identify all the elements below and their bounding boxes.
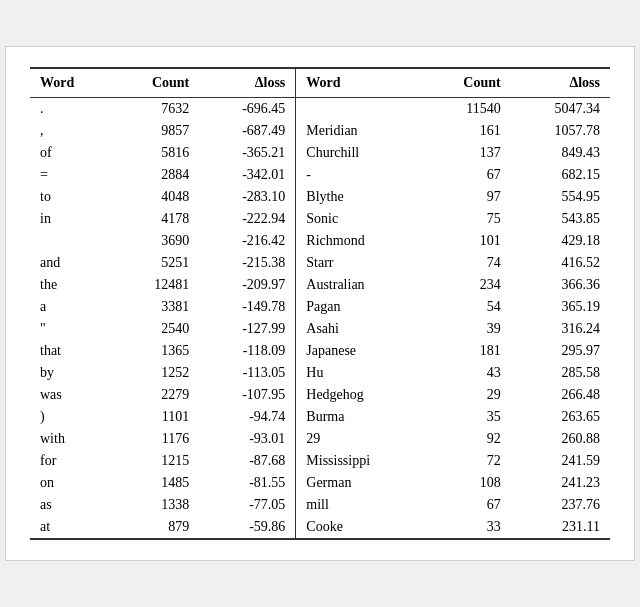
left-loss: -342.01: [199, 164, 296, 186]
right-count: 97: [424, 186, 511, 208]
left-count: 7632: [112, 98, 199, 121]
right-count: 72: [424, 450, 511, 472]
left-word: on: [30, 472, 112, 494]
left-loss: -127.99: [199, 318, 296, 340]
right-loss: 366.36: [511, 274, 610, 296]
left-word: that: [30, 340, 112, 362]
left-count: 9857: [112, 120, 199, 142]
table-row: ) 1101 -94.74 Burma 35 263.65: [30, 406, 610, 428]
table-row: with 1176 -93.01 29 92 260.88: [30, 428, 610, 450]
left-loss: -215.38: [199, 252, 296, 274]
left-loss: -209.97: [199, 274, 296, 296]
right-word: [296, 98, 424, 121]
left-word: as: [30, 494, 112, 516]
table-row: for 1215 -87.68 Mississippi 72 241.59: [30, 450, 610, 472]
left-loss: -81.55: [199, 472, 296, 494]
right-loss: 231.11: [511, 516, 610, 539]
right-word: Starr: [296, 252, 424, 274]
left-loss: -94.74: [199, 406, 296, 428]
table-row: on 1485 -81.55 German 108 241.23: [30, 472, 610, 494]
right-count: 33: [424, 516, 511, 539]
left-count: 5816: [112, 142, 199, 164]
left-loss: -696.45: [199, 98, 296, 121]
left-word: by: [30, 362, 112, 384]
header-count-right: Count: [424, 68, 511, 98]
left-word: at: [30, 516, 112, 539]
right-word: Australian: [296, 274, 424, 296]
left-count: 1101: [112, 406, 199, 428]
table-row: in 4178 -222.94 Sonic 75 543.85: [30, 208, 610, 230]
left-word: .: [30, 98, 112, 121]
right-word: -: [296, 164, 424, 186]
left-loss: -113.05: [199, 362, 296, 384]
right-word: Asahi: [296, 318, 424, 340]
right-loss: 682.15: [511, 164, 610, 186]
left-word: ": [30, 318, 112, 340]
right-count: 39: [424, 318, 511, 340]
left-count: 1252: [112, 362, 199, 384]
left-word: ,: [30, 120, 112, 142]
right-word: Churchill: [296, 142, 424, 164]
left-word: to: [30, 186, 112, 208]
right-loss: 554.95: [511, 186, 610, 208]
table-row: was 2279 -107.95 Hedgehog 29 266.48: [30, 384, 610, 406]
right-word: Blythe: [296, 186, 424, 208]
right-loss: 241.23: [511, 472, 610, 494]
right-word: Japanese: [296, 340, 424, 362]
header-word-left: Word: [30, 68, 112, 98]
header-loss-right: Δloss: [511, 68, 610, 98]
right-loss: 263.65: [511, 406, 610, 428]
table-row: to 4048 -283.10 Blythe 97 554.95: [30, 186, 610, 208]
table-row: , 9857 -687.49 Meridian 161 1057.78: [30, 120, 610, 142]
table-row: a 3381 -149.78 Pagan 54 365.19: [30, 296, 610, 318]
right-loss: 365.19: [511, 296, 610, 318]
right-count: 35: [424, 406, 511, 428]
left-loss: -87.68: [199, 450, 296, 472]
left-word: a: [30, 296, 112, 318]
right-loss: 260.88: [511, 428, 610, 450]
right-count: 181: [424, 340, 511, 362]
right-word: Burma: [296, 406, 424, 428]
right-count: 108: [424, 472, 511, 494]
right-word: Richmond: [296, 230, 424, 252]
left-count: 12481: [112, 274, 199, 296]
right-word: Pagan: [296, 296, 424, 318]
left-count: 2540: [112, 318, 199, 340]
right-count: 43: [424, 362, 511, 384]
left-count: 4178: [112, 208, 199, 230]
right-loss: 295.97: [511, 340, 610, 362]
left-count: 2884: [112, 164, 199, 186]
right-count: 67: [424, 494, 511, 516]
table-row: = 2884 -342.01 - 67 682.15: [30, 164, 610, 186]
right-loss: 285.58: [511, 362, 610, 384]
header-word-right: Word: [296, 68, 424, 98]
right-loss: 237.76: [511, 494, 610, 516]
left-loss: -93.01: [199, 428, 296, 450]
left-word: ): [30, 406, 112, 428]
left-loss: -59.86: [199, 516, 296, 539]
left-count: 1176: [112, 428, 199, 450]
right-loss: 429.18: [511, 230, 610, 252]
left-loss: -283.10: [199, 186, 296, 208]
left-word: with: [30, 428, 112, 450]
table-row: of 5816 -365.21 Churchill 137 849.43: [30, 142, 610, 164]
left-count: 4048: [112, 186, 199, 208]
right-word: Mississippi: [296, 450, 424, 472]
left-word: of: [30, 142, 112, 164]
left-word: the: [30, 274, 112, 296]
right-loss: 1057.78: [511, 120, 610, 142]
table-row: at 879 -59.86 Cooke 33 231.11: [30, 516, 610, 539]
right-count: 11540: [424, 98, 511, 121]
left-word: [30, 230, 112, 252]
right-word: Sonic: [296, 208, 424, 230]
table-row: 3690 -216.42 Richmond 101 429.18: [30, 230, 610, 252]
left-loss: -107.95: [199, 384, 296, 406]
right-loss: 241.59: [511, 450, 610, 472]
right-word: Cooke: [296, 516, 424, 539]
left-loss: -149.78: [199, 296, 296, 318]
left-count: 879: [112, 516, 199, 539]
right-count: 137: [424, 142, 511, 164]
right-count: 161: [424, 120, 511, 142]
right-count: 74: [424, 252, 511, 274]
right-count: 29: [424, 384, 511, 406]
